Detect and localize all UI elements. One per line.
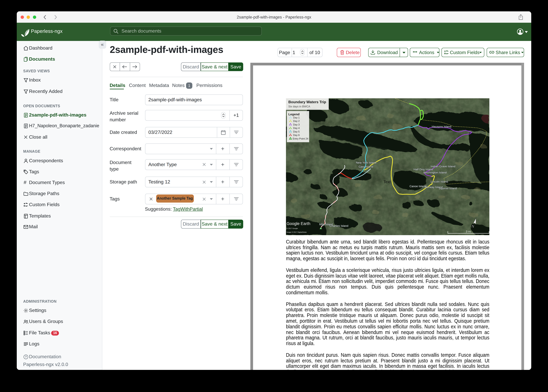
svg-text:Gary Island: Gary Island bbox=[358, 165, 373, 168]
svg-text:Lincoln Island: Lincoln Island bbox=[431, 180, 448, 183]
svg-text:Squirrel Island: Squirrel Island bbox=[439, 187, 457, 190]
svg-text:New York Island: New York Island bbox=[356, 161, 376, 164]
svg-text:Legend: Legend bbox=[288, 112, 299, 116]
svg-text:Charlies Island: Charlies Island bbox=[329, 224, 348, 227]
svg-text:Text: Text bbox=[383, 180, 390, 184]
svg-text:Six days in BWCA: Six days in BWCA bbox=[288, 105, 310, 108]
svg-text:Half Dog Island: Half Dog Island bbox=[413, 168, 433, 171]
svg-text:Washington Island: Washington Island bbox=[423, 171, 447, 174]
svg-text:Boundary Waters Trip: Boundary Waters Trip bbox=[288, 100, 326, 104]
svg-text:Day 1: Day 1 bbox=[293, 116, 299, 119]
svg-text:Indian Grave Island: Indian Grave Island bbox=[431, 165, 455, 168]
svg-text:Canoe Island: Canoe Island bbox=[409, 185, 426, 188]
svg-text:Day 6: Day 6 bbox=[293, 134, 299, 137]
svg-text:N: N bbox=[471, 224, 474, 229]
svg-text:Day 3: Day 3 bbox=[293, 123, 299, 126]
svg-text:Day 5: Day 5 bbox=[293, 130, 299, 133]
svg-text:Image © 2017 DigitalGlobe: Image © 2017 DigitalGlobe bbox=[286, 231, 307, 233]
svg-text:Hausons Island: Hausons Island bbox=[432, 125, 451, 128]
svg-text:?: ? bbox=[25, 355, 27, 358]
svg-text:© 2017 Google: © 2017 Google bbox=[286, 228, 298, 229]
svg-text:Google Earth: Google Earth bbox=[286, 221, 310, 226]
svg-text:3 mi: 3 mi bbox=[466, 230, 471, 233]
svg-text:Day 4: Day 4 bbox=[293, 127, 299, 130]
svg-text:Entry Point 24: Entry Point 24 bbox=[293, 137, 308, 140]
svg-text:Day 2: Day 2 bbox=[293, 120, 299, 123]
